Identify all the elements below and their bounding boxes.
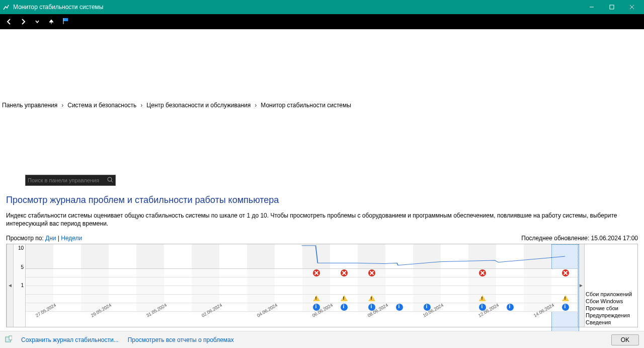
info-icon[interactable] (341, 304, 348, 311)
ok-button[interactable]: OK (611, 334, 639, 345)
breadcrumb-item[interactable]: Система и безопасность (65, 101, 138, 110)
footer: Сохранить журнал стабильности... Просмот… (0, 331, 644, 348)
svg-point-6 (108, 177, 112, 181)
svg-rect-1 (610, 5, 614, 9)
view-all-reports-link[interactable]: Просмотреть все отчеты о проблемах (128, 336, 234, 343)
view-weeks-link[interactable]: Недели (61, 235, 82, 242)
info-icon[interactable] (562, 304, 569, 311)
error-icon[interactable] (479, 269, 486, 276)
close-button[interactable] (622, 0, 642, 14)
svg-rect-4 (63, 18, 68, 21)
chart-legend: Сбои приложений Сбои Windows Прочие сбои… (585, 244, 637, 327)
search-icon (107, 177, 113, 184)
last-update: Последнее обновление: 15.06.2024 17:00 (521, 235, 638, 242)
maximize-button[interactable] (602, 0, 622, 14)
view-by: Просмотр по: Дни | Недели (6, 235, 82, 242)
navbar (0, 14, 644, 29)
recent-dropdown[interactable] (31, 16, 43, 28)
back-button[interactable] (3, 16, 15, 28)
save-report-icon (5, 335, 12, 344)
row-windows-failures (26, 277, 578, 286)
search-input[interactable] (25, 175, 116, 186)
error-icon[interactable] (562, 269, 569, 276)
chart-xaxis: 27.05.202429.05.202431.05.202402.06.2024… (26, 312, 578, 327)
titlebar: Монитор стабильности системы (0, 0, 644, 14)
chart-yaxis: 10 5 1 (14, 244, 26, 327)
view-days-link[interactable]: Дни (45, 235, 56, 242)
warning-icon[interactable] (562, 295, 569, 302)
refresh-button[interactable] (12, 177, 22, 184)
breadcrumb-item[interactable]: Центр безопасности и обслуживания (144, 101, 253, 110)
breadcrumb-item[interactable]: Панель управления (0, 101, 59, 110)
app-icon (2, 3, 10, 11)
chart-scroll-right[interactable]: ► (578, 244, 585, 327)
breadcrumb-sep: › (1, 29, 643, 36)
row-app-failures (26, 269, 578, 277)
svg-rect-9 (9, 336, 12, 340)
warning-icon[interactable] (341, 295, 348, 302)
flag-icon (62, 17, 70, 27)
minimize-button[interactable] (582, 0, 602, 14)
breadcrumb: Панель управления› Система и безопасност… (0, 36, 644, 175)
chevron-right-icon: › (61, 102, 63, 109)
up-button[interactable] (45, 16, 57, 28)
warning-icon[interactable] (313, 295, 320, 302)
chevron-right-icon: › (140, 102, 142, 109)
info-icon[interactable] (507, 304, 514, 311)
content: Просмотр журнала проблем и стабильности … (0, 186, 644, 331)
breadcrumb-item[interactable]: Монитор стабильности системы (259, 101, 353, 110)
svg-line-7 (111, 181, 113, 182)
info-icon[interactable] (396, 304, 403, 311)
error-icon[interactable] (368, 269, 375, 276)
window-title: Монитор стабильности системы (13, 4, 582, 11)
error-icon[interactable] (313, 269, 320, 276)
row-misc-failures (26, 286, 578, 295)
reliability-chart[interactable]: ◄ 10 5 1 27.05.202429.05.202431.05.20240… (6, 244, 638, 327)
breadcrumb-dropdown[interactable] (0, 178, 9, 183)
page-description: Индекс стабильности системы оценивает об… (6, 212, 638, 228)
warning-icon[interactable] (479, 295, 486, 302)
error-icon[interactable] (341, 269, 348, 276)
forward-button[interactable] (17, 16, 29, 28)
chevron-right-icon: › (255, 102, 257, 109)
save-report-link[interactable]: Сохранить журнал стабильности... (21, 336, 119, 343)
chart-plot[interactable] (26, 244, 578, 269)
page-heading: Просмотр журнала проблем и стабильности … (6, 195, 638, 205)
chart-scroll-left[interactable]: ◄ (7, 244, 14, 327)
row-warnings (26, 295, 578, 303)
warning-icon[interactable] (368, 295, 375, 302)
